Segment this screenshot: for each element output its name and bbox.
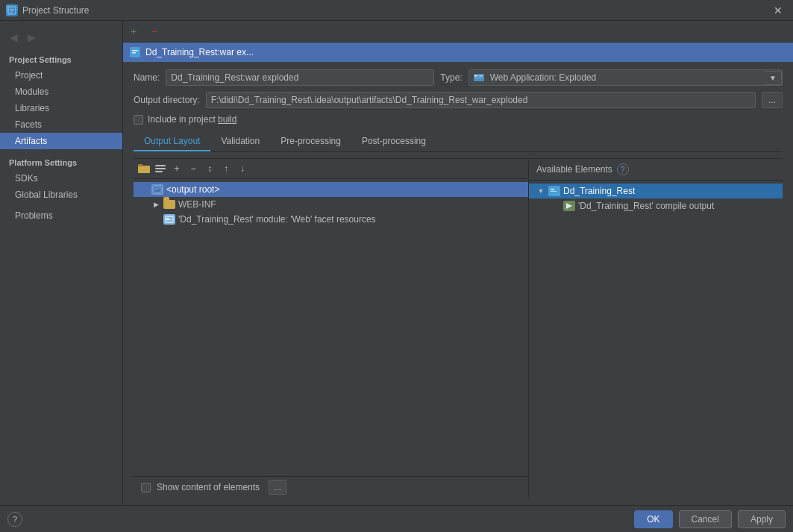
svg-rect-5 bbox=[132, 50, 138, 51]
move-down-button[interactable]: ↓ bbox=[235, 161, 250, 176]
output-root-expander bbox=[140, 185, 148, 194]
tree-web-inf[interactable]: ▶ WEB-INF bbox=[134, 197, 528, 212]
sidebar-item-modules[interactable]: Modules bbox=[0, 84, 122, 100]
include-in-build-row: Include in project build bbox=[134, 114, 783, 125]
project-icon bbox=[6, 4, 18, 16]
web-resources-icon bbox=[163, 214, 175, 225]
available-module-item[interactable]: ▼ Dd_Training_Rest bbox=[529, 184, 783, 198]
output-dir-input[interactable] bbox=[206, 92, 756, 108]
tab-validation[interactable]: Validation bbox=[210, 132, 270, 151]
available-header-left: Available Elements ? bbox=[536, 163, 629, 175]
move-up-button[interactable]: ↑ bbox=[219, 161, 233, 176]
available-help-icon[interactable]: ? bbox=[617, 163, 629, 175]
footer-left: ? bbox=[7, 512, 22, 527]
war-icon bbox=[130, 47, 140, 57]
main-layout: ◀ ▶ Project Settings Project Modules Lib… bbox=[0, 21, 793, 505]
available-module-label: Dd_Training_Rest bbox=[563, 186, 635, 196]
output-dir-row: Output directory: ... bbox=[134, 92, 783, 108]
ok-button[interactable]: OK bbox=[634, 510, 672, 528]
close-button[interactable]: ✕ bbox=[769, 3, 787, 18]
right-panel: Name: Type: ▼ bbox=[123, 62, 793, 505]
nav-forward-button[interactable]: ▶ bbox=[24, 30, 39, 45]
output-dir-label: Output directory: bbox=[134, 95, 200, 105]
artifact-item[interactable]: Dd_Training_Rest:war ex... bbox=[123, 43, 793, 62]
title-bar-left: Project Structure bbox=[6, 4, 89, 16]
svg-rect-13 bbox=[138, 164, 142, 166]
split-panel: + − ↕ ↑ ↓ bbox=[134, 158, 783, 498]
window-title: Project Structure bbox=[22, 5, 89, 16]
svg-rect-18 bbox=[155, 188, 160, 189]
sidebar-item-global-libraries[interactable]: Global Libraries bbox=[0, 187, 122, 203]
include-build-checkbox[interactable] bbox=[134, 115, 143, 125]
war-artifact-icon bbox=[129, 46, 141, 58]
tab-post-processing[interactable]: Post-processing bbox=[351, 132, 436, 151]
compile-icon bbox=[563, 201, 575, 211]
tree-list-icon[interactable] bbox=[153, 161, 168, 176]
platform-settings-label: Platform Settings bbox=[0, 154, 122, 170]
folder-icon bbox=[163, 200, 175, 209]
add-artifact-button[interactable]: + bbox=[126, 24, 141, 39]
content-panel: + − Dd_Training_Rest:war ex... Name: bbox=[123, 21, 793, 505]
module-expander[interactable]: ▼ bbox=[536, 187, 545, 195]
available-panel: Available Elements ? ▼ bbox=[529, 159, 783, 498]
help-icon[interactable]: ? bbox=[7, 512, 22, 527]
remove-tree-button[interactable]: − bbox=[186, 161, 201, 176]
svg-rect-15 bbox=[155, 168, 166, 169]
tree-output-root[interactable]: <output root> bbox=[134, 182, 528, 197]
available-compile-item[interactable]: 'Dd_Training_Rest' compile output bbox=[529, 198, 783, 213]
svg-rect-3 bbox=[10, 12, 13, 13]
module-icon bbox=[548, 186, 560, 196]
sidebar-item-project[interactable]: Project bbox=[0, 67, 122, 84]
tab-pre-processing[interactable]: Pre-processing bbox=[270, 132, 351, 151]
build-underline: build bbox=[218, 114, 236, 125]
web-resources-expander bbox=[151, 215, 160, 224]
footer-right: OK Cancel Apply bbox=[634, 510, 786, 528]
available-content: ▼ Dd_Training_Rest bbox=[529, 181, 783, 498]
sidebar-item-sdks[interactable]: SDKs bbox=[0, 170, 122, 187]
tree-content: <output root> ▶ WEB-INF bbox=[134, 179, 528, 476]
show-content-label: Show content of elements bbox=[157, 482, 260, 492]
tree-toolbar: + − ↕ ↑ ↓ bbox=[134, 159, 528, 179]
type-input[interactable] bbox=[486, 70, 765, 85]
include-build-label: Include in project build bbox=[148, 114, 236, 125]
show-content-checkbox[interactable] bbox=[141, 483, 151, 492]
available-compile-label: 'Dd_Training_Rest' compile output bbox=[578, 201, 714, 211]
tree-web-resources[interactable]: 'Dd_Training_Rest' module: 'Web' facet r… bbox=[134, 212, 528, 227]
footer: ? OK Cancel Apply bbox=[0, 505, 793, 532]
svg-rect-19 bbox=[155, 190, 158, 190]
svg-rect-2 bbox=[10, 10, 14, 11]
output-root-label: <output root> bbox=[166, 184, 219, 195]
sort-tree-button[interactable]: ↕ bbox=[202, 161, 217, 176]
title-bar: Project Structure ✕ bbox=[0, 0, 793, 21]
web-resources-label: 'Dd_Training_Rest' module: 'Web' facet r… bbox=[178, 214, 376, 225]
remove-artifact-button[interactable]: − bbox=[147, 24, 162, 39]
tree-panel: + − ↕ ↑ ↓ bbox=[134, 159, 529, 498]
web-inf-expander[interactable]: ▶ bbox=[151, 200, 160, 209]
show-content-more-button[interactable]: ... bbox=[269, 480, 286, 495]
svg-rect-8 bbox=[474, 75, 477, 77]
add-tree-button[interactable]: + bbox=[169, 161, 184, 176]
type-icon bbox=[472, 71, 486, 84]
type-dropdown-button[interactable]: ▼ bbox=[765, 71, 782, 85]
compile-expander bbox=[551, 201, 560, 210]
artifact-item-label: Dd_Training_Rest:war ex... bbox=[145, 47, 254, 57]
svg-rect-21 bbox=[166, 218, 169, 219]
sidebar-item-facets[interactable]: Facets bbox=[0, 116, 122, 133]
svg-rect-9 bbox=[479, 75, 483, 77]
nav-back-button[interactable]: ◀ bbox=[6, 30, 21, 45]
svg-rect-22 bbox=[166, 219, 171, 220]
sidebar-item-problems[interactable]: Problems bbox=[0, 207, 122, 224]
name-input[interactable] bbox=[166, 69, 434, 86]
svg-rect-1 bbox=[10, 9, 14, 10]
create-folder-button[interactable] bbox=[137, 161, 151, 176]
svg-rect-14 bbox=[155, 165, 166, 166]
apply-button[interactable]: Apply bbox=[738, 510, 786, 528]
available-header: Available Elements ? bbox=[529, 159, 783, 181]
cancel-button[interactable]: Cancel bbox=[679, 510, 732, 528]
tab-output-layout[interactable]: Output Layout bbox=[134, 132, 210, 151]
sidebar-nav: ◀ ▶ bbox=[0, 27, 122, 48]
sidebar-item-libraries[interactable]: Libraries bbox=[0, 100, 122, 116]
sidebar-item-artifacts[interactable]: Artifacts bbox=[0, 133, 122, 149]
browse-button[interactable]: ... bbox=[762, 92, 783, 108]
project-settings-label: Project Settings bbox=[0, 51, 122, 67]
